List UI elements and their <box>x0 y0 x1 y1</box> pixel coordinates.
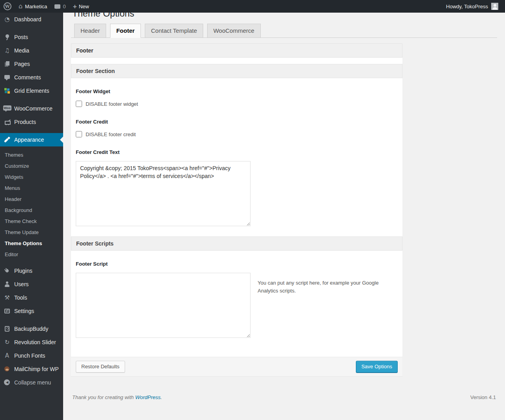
submenu-item-theme-update[interactable]: Theme Update <box>0 227 63 238</box>
sidebar-item-comments[interactable]: Comments <box>0 71 63 84</box>
group-header-footer: Footer <box>71 43 402 58</box>
sidebar-item-punch-fonts[interactable]: A Punch Fonts <box>0 349 63 362</box>
main-content: Theme Options Header Footer Contact Temp… <box>63 0 505 405</box>
admin-sidebar: ◔ Dashboard Posts ♫ Media Pages Comments… <box>0 13 63 420</box>
submenu-item-header[interactable]: Header <box>0 194 63 205</box>
footer-script-textarea[interactable] <box>76 273 251 338</box>
sidebar-item-revolution-slider[interactable]: ↻ Revolution Slider <box>0 336 63 349</box>
sidebar-item-grid-elements[interactable]: Grid Elements <box>0 84 63 98</box>
sidebar-item-products[interactable]: Products <box>0 115 63 129</box>
sidebar-item-plugins[interactable]: Plugins <box>0 264 63 278</box>
disable-footer-widget-row[interactable]: DISABLE footer widget <box>76 101 398 107</box>
menu-separator <box>0 129 63 133</box>
footer-script-label: Footer Script <box>76 261 398 267</box>
comment-bubble-icon <box>54 4 60 9</box>
monkey-icon <box>4 366 10 372</box>
comment-count: 0 <box>63 4 66 9</box>
sidebar-item-posts[interactable]: Posts <box>0 30 63 44</box>
disable-footer-widget-text: DISABLE footer widget <box>86 101 138 107</box>
menu-separator <box>0 26 63 30</box>
howdy-label: Howdy, TokoPress <box>446 4 488 9</box>
admin-footer: Thank you for creating with WordPress. V… <box>71 394 497 405</box>
menu-separator <box>0 318 63 322</box>
restore-defaults-button[interactable]: Restore Defaults <box>76 361 125 373</box>
submenu-item-themes[interactable]: Themes <box>0 150 63 161</box>
refresh-arrows-icon: ↻ <box>3 339 11 345</box>
sidebar-item-mailchimp[interactable]: MailChimp for WP <box>0 362 63 376</box>
disable-footer-widget-checkbox[interactable] <box>76 101 82 107</box>
footer-script-help-text: You can put any script here, for example… <box>258 279 380 295</box>
media-icon: ♫ <box>3 48 11 54</box>
grid-elements-icon <box>4 88 10 94</box>
comments-menu[interactable]: 0 <box>51 0 69 13</box>
submenu-item-menus[interactable]: Menus <box>0 183 63 194</box>
tools-icon: ⚒ <box>3 295 11 301</box>
plus-icon: + <box>73 3 77 10</box>
footer-credit-label: Footer Credit <box>76 119 398 125</box>
panel-spacer <box>71 58 402 64</box>
avatar <box>491 3 498 10</box>
footer-credit-text-label: Footer Credit Text <box>76 149 398 155</box>
footer-script-row: You can put any script here, for example… <box>76 267 398 338</box>
sidebar-item-users[interactable]: Users <box>0 278 63 291</box>
tab-footer[interactable]: Footer <box>110 24 141 38</box>
sidebar-item-appearance[interactable]: Appearance <box>0 133 63 146</box>
collapse-arrow-icon: ◀ <box>4 379 10 386</box>
wordpress-link[interactable]: WordPress <box>135 394 161 400</box>
footer-section-body: Footer Widget DISABLE footer widget Foot… <box>71 88 402 236</box>
my-account-menu[interactable]: Howdy, TokoPress <box>443 0 502 13</box>
backup-drive-icon <box>4 326 10 332</box>
sidebar-item-collapse-menu[interactable]: ◀ Collapse menu <box>0 376 63 389</box>
dashboard-icon: ◔ <box>3 17 11 22</box>
settings-sliders-icon <box>4 308 10 314</box>
tab-bar: Header Footer Contact Template WooCommer… <box>71 24 497 38</box>
sidebar-item-tools[interactable]: ⚒ Tools <box>0 291 63 304</box>
paintbrush-icon <box>4 137 10 143</box>
sidebar-item-pages[interactable]: Pages <box>0 57 63 71</box>
cart-icon <box>4 119 11 125</box>
sidebar-item-settings[interactable]: Settings <box>0 304 63 318</box>
theme-options-panel: Footer Footer Section Footer Widget DISA… <box>71 43 402 376</box>
disable-footer-credit-text: DISABLE footer credit <box>86 131 136 137</box>
footer-credit-text-textarea[interactable]: Copyright &copy; 2015 TokoPress<span><a … <box>76 161 251 226</box>
site-name-label: Marketica <box>25 4 47 9</box>
disable-footer-credit-checkbox[interactable] <box>76 131 82 137</box>
version-label: Version 4.1 <box>470 394 496 400</box>
appearance-submenu: Themes Customize Widgets Menus Header Ba… <box>0 146 63 264</box>
person-icon <box>4 281 10 287</box>
section-header-footer-section: Footer Section <box>71 64 402 78</box>
menu-separator <box>0 98 63 102</box>
submenu-item-customize[interactable]: Customize <box>0 161 63 172</box>
section-header-footer-scripts: Footer Scripts <box>71 236 402 251</box>
sidebar-item-dashboard[interactable]: ◔ Dashboard <box>0 13 63 26</box>
disable-footer-credit-row[interactable]: DISABLE footer credit <box>76 131 398 137</box>
pushpin-icon <box>4 34 10 40</box>
sidebar-item-woocommerce[interactable]: Woo WooCommerce <box>0 102 63 115</box>
comment-bubble-icon <box>4 74 10 81</box>
new-label: New <box>79 4 89 9</box>
save-options-button[interactable]: Save Options <box>356 361 398 373</box>
wordpress-logo-icon: W <box>4 2 11 10</box>
footer-scripts-body: Footer Script You can put any script her… <box>71 261 402 357</box>
tab-header[interactable]: Header <box>74 24 106 38</box>
plug-icon <box>3 266 12 276</box>
submenu-item-theme-check[interactable]: Theme Check <box>0 216 63 227</box>
submenu-item-theme-options[interactable]: Theme Options <box>0 238 63 249</box>
submenu-item-editor[interactable]: Editor <box>0 249 63 260</box>
panel-action-bar: Restore Defaults Save Options <box>71 357 402 376</box>
sidebar-item-backupbuddy[interactable]: BackupBuddy <box>0 322 63 336</box>
site-name-menu[interactable]: ⌂ Marketica <box>15 0 51 13</box>
footer-thanks-text: Thank you for creating with WordPress. <box>72 394 162 400</box>
footer-widget-label: Footer Widget <box>76 88 398 94</box>
sidebar-item-media[interactable]: ♫ Media <box>0 44 63 57</box>
tab-contact-template[interactable]: Contact Template <box>145 24 203 38</box>
new-content-menu[interactable]: + New <box>69 0 93 13</box>
home-icon: ⌂ <box>19 3 22 9</box>
submenu-item-background[interactable]: Background <box>0 205 63 216</box>
submenu-item-widgets[interactable]: Widgets <box>0 172 63 183</box>
admin-bar: W ⌂ Marketica 0 + New Howdy, TokoPress <box>0 0 505 13</box>
wordpress-logo-menu[interactable]: W <box>0 0 15 13</box>
woocommerce-badge-icon: Woo <box>3 105 11 112</box>
tab-woocommerce[interactable]: WooCommerce <box>207 24 261 38</box>
letter-a-icon: A <box>3 353 11 359</box>
